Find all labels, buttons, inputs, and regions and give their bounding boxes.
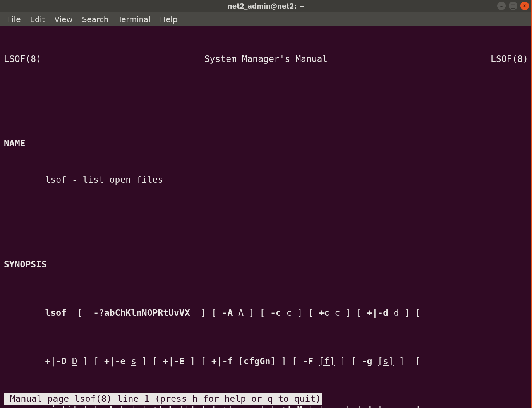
close-icon: ✕	[523, 3, 527, 9]
blank	[4, 210, 528, 222]
man-header-right: LSOF(8)	[491, 53, 528, 65]
terminal-viewport[interactable]: LSOF(8) System Manager's Manual LSOF(8) …	[0, 26, 532, 408]
menu-file[interactable]: File	[4, 13, 24, 26]
menu-edit[interactable]: Edit	[26, 13, 49, 26]
section-name: NAME	[4, 137, 528, 149]
window-title: net2_admin@net2: ~	[0, 2, 532, 10]
section-synopsis: SYNOPSIS	[4, 259, 528, 271]
synopsis-line-1: lsof [ -?abChKlnNOPRtUvVX ] [ -A A ] [ -…	[4, 307, 528, 319]
name-line: lsof - list open files	[4, 174, 528, 186]
man-header-center: System Manager's Manual	[41, 53, 491, 65]
window-controls: – □ ✕	[497, 2, 529, 10]
menu-bar: File Edit View Search Terminal Help	[0, 12, 532, 26]
man-status-line: Manual page lsof(8) line 1 (press h for …	[4, 393, 322, 405]
maximize-button[interactable]: □	[509, 2, 517, 10]
maximize-icon: □	[511, 3, 515, 9]
window-titlebar: net2_admin@net2: ~ – □ ✕	[0, 0, 532, 12]
synopsis-line-2: +|-D D ] [ +|-e s ] [ +|-E ] [ +|-f [cfg…	[4, 355, 528, 367]
blank	[4, 89, 528, 101]
menu-help[interactable]: Help	[156, 13, 182, 26]
menu-search[interactable]: Search	[78, 13, 113, 26]
minimize-icon: –	[500, 3, 503, 9]
man-header-left: LSOF(8)	[4, 53, 41, 65]
minimize-button[interactable]: –	[497, 2, 506, 10]
close-button[interactable]: ✕	[520, 2, 529, 10]
man-header: LSOF(8) System Manager's Manual LSOF(8)	[4, 53, 528, 65]
menu-terminal[interactable]: Terminal	[114, 13, 154, 26]
menu-view[interactable]: View	[50, 13, 76, 26]
